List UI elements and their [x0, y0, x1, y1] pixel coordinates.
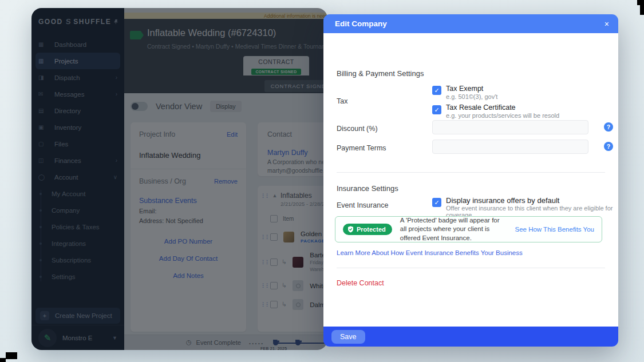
tax-exempt-label: Tax Exempt	[446, 85, 483, 93]
event-insurance-label: Event Insurance	[337, 201, 388, 209]
tax-exempt-hint: e.g. 501©(3), gov't	[446, 93, 497, 100]
edit-company-modal: Edit Company × Billing & Payment Setting…	[323, 14, 618, 347]
event-insurance-option: Display insurance offers by default	[446, 196, 559, 205]
screenshot-artifact	[6, 352, 17, 359]
discount-input[interactable]	[432, 120, 588, 134]
tax-label: Tax	[337, 97, 347, 105]
modal-header: Edit Company ×	[323, 14, 618, 33]
app-window: GOOD S SHUFFLE ▦ Dashboard ▥ Projects ◨ …	[31, 8, 327, 350]
divider	[337, 268, 605, 268]
billing-settings-heading: Billing & Payment Settings	[337, 69, 424, 78]
save-button[interactable]: Save	[331, 330, 365, 344]
see-benefits-link[interactable]: See How This Benefits You	[515, 226, 594, 233]
screenshot-artifact	[640, 0, 644, 15]
protected-badge-label: Protected	[357, 226, 386, 233]
protected-text: A 'Protected' badge will appear for all …	[400, 216, 507, 243]
insurance-settings-heading: Insurance Settings	[337, 184, 398, 193]
project-page: Additional information is needed Inflata…	[124, 8, 327, 350]
modal-overlay	[124, 8, 327, 350]
tax-exempt-checkbox[interactable]: ✓	[432, 86, 441, 95]
close-icon[interactable]: ×	[605, 20, 609, 28]
payment-terms-label: Payment Terms	[337, 144, 386, 152]
modal-overlay	[31, 8, 124, 350]
modal-body: Billing & Payment Settings Tax ✓ Tax Exe…	[323, 33, 618, 327]
tax-resale-label: Tax Resale Certificate	[446, 104, 516, 112]
divider	[337, 172, 605, 173]
tax-resale-checkbox[interactable]: ✓	[432, 105, 441, 114]
event-insurance-checkbox[interactable]: ✓	[432, 198, 441, 207]
discount-label: Discount (%)	[337, 125, 378, 133]
protected-info-box: Protected A 'Protected' badge will appea…	[335, 216, 602, 242]
modal-footer: Save	[323, 327, 618, 347]
payment-terms-input[interactable]	[432, 140, 588, 154]
protected-badge: Protected	[343, 224, 392, 235]
screenshot-artifact	[0, 358, 6, 362]
shield-check-icon	[347, 226, 354, 233]
payment-terms-help-icon[interactable]: ?	[604, 142, 613, 151]
learn-more-link[interactable]: Learn More About How Event Insurance Ben…	[337, 249, 523, 256]
discount-help-icon[interactable]: ?	[604, 122, 613, 132]
modal-title: Edit Company	[335, 19, 387, 28]
delete-contact-link[interactable]: Delete Contact	[337, 279, 384, 287]
tax-resale-hint: e.g. your products/services will be reso…	[446, 112, 559, 119]
